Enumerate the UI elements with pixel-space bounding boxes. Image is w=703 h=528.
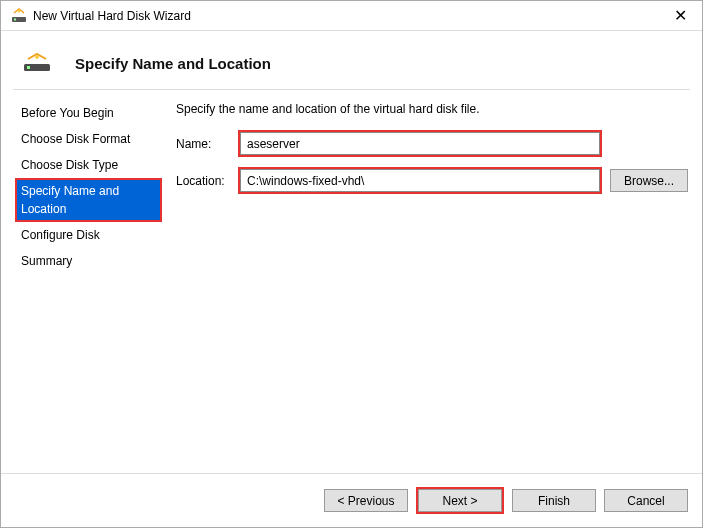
page-title: Specify Name and Location bbox=[75, 55, 271, 72]
next-button[interactable]: Next > bbox=[418, 489, 502, 512]
step-choose-disk-format[interactable]: Choose Disk Format bbox=[15, 126, 162, 152]
previous-button[interactable]: < Previous bbox=[324, 489, 408, 512]
window-title: New Virtual Hard Disk Wizard bbox=[33, 9, 658, 23]
step-before-you-begin[interactable]: Before You Begin bbox=[15, 100, 162, 126]
finish-button[interactable]: Finish bbox=[512, 489, 596, 512]
step-choose-disk-type[interactable]: Choose Disk Type bbox=[15, 152, 162, 178]
name-label: Name: bbox=[176, 137, 238, 151]
content-pane: Specify the name and location of the vir… bbox=[162, 90, 702, 465]
svg-point-5 bbox=[35, 55, 39, 59]
svg-point-2 bbox=[18, 9, 21, 12]
disk-icon bbox=[23, 53, 51, 73]
name-input[interactable] bbox=[240, 132, 600, 155]
wizard-header: Specify Name and Location bbox=[1, 31, 702, 89]
cancel-button[interactable]: Cancel bbox=[604, 489, 688, 512]
browse-button[interactable]: Browse... bbox=[610, 169, 688, 192]
location-label: Location: bbox=[176, 174, 238, 188]
location-input[interactable] bbox=[240, 169, 600, 192]
svg-rect-1 bbox=[14, 18, 16, 20]
app-icon bbox=[11, 8, 27, 24]
title-bar: New Virtual Hard Disk Wizard ✕ bbox=[1, 1, 702, 31]
instruction-text: Specify the name and location of the vir… bbox=[176, 102, 688, 116]
wizard-footer: < Previous Next > Finish Cancel bbox=[1, 473, 702, 527]
close-button[interactable]: ✕ bbox=[658, 1, 702, 31]
step-specify-name-location[interactable]: Specify Name and Location bbox=[15, 178, 162, 222]
step-configure-disk[interactable]: Configure Disk bbox=[15, 222, 162, 248]
wizard-steps: Before You Begin Choose Disk Format Choo… bbox=[1, 90, 162, 465]
svg-rect-4 bbox=[27, 66, 30, 69]
step-summary[interactable]: Summary bbox=[15, 248, 162, 274]
